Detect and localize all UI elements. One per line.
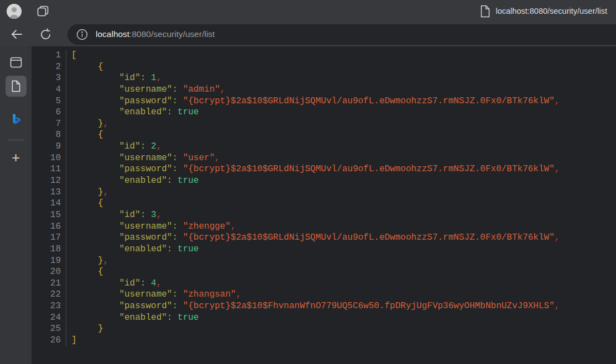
code-line: 16 ″username″: ″zhengge″, <box>32 221 616 233</box>
code-line-text: { <box>66 198 103 209</box>
line-number: 9 <box>32 141 66 152</box>
code-line-text: { <box>66 61 103 73</box>
code-line: 25 } <box>32 323 616 335</box>
line-number: 18 <box>32 244 66 255</box>
bing-icon <box>10 113 22 126</box>
active-tab-title[interactable]: localhost:8080/security/user/list <box>480 5 611 18</box>
person-icon <box>7 4 22 19</box>
code-line-text: ″id″: 1, <box>66 72 161 84</box>
bing-button[interactable] <box>6 109 27 130</box>
code-line-text: ″id″: 3, <box>66 209 161 221</box>
code-line-text: ″enabled″: true <box>66 312 199 324</box>
code-line-text: { <box>66 266 103 278</box>
tab-pane-toggle-button[interactable] <box>6 52 27 73</box>
code-line: 22 ″username″: ″zhangsan″, <box>32 289 616 300</box>
code-line: 14 { <box>32 198 616 209</box>
line-number: 7 <box>32 118 66 130</box>
line-number: 16 <box>32 221 66 233</box>
line-number: 2 <box>32 61 66 73</box>
line-number: 14 <box>32 198 66 209</box>
code-line-text: ″id″: 4, <box>66 278 161 289</box>
rail-divider <box>8 140 24 140</box>
back-button[interactable] <box>4 24 29 45</box>
code-area: 1[2 {3 ″id″: 1,4 ″username″: ″admin″,5 ″… <box>32 50 616 346</box>
code-line: 7 }, <box>32 118 616 130</box>
code-line: 10 ″username″: ″user″, <box>32 152 616 164</box>
code-line-text: ″enabled″: true <box>66 244 199 255</box>
code-line-text: ″username″: ″zhangsan″, <box>66 289 241 300</box>
document-icon <box>11 80 21 92</box>
url-host: localhost <box>96 29 129 39</box>
line-number: 19 <box>32 255 66 267</box>
code-line-text: ″username″: ″admin″, <box>66 84 225 96</box>
code-line-text: }, <box>66 187 108 198</box>
code-line-text: ″enabled″: true <box>66 175 199 187</box>
code-line-text: ″password″: ″{bcrypt}$2a$10$FhvnanWfnO77… <box>66 300 560 312</box>
line-number: 12 <box>32 175 66 187</box>
code-line: 24 ″enabled″: true <box>32 312 616 324</box>
code-line-text: { <box>66 129 103 141</box>
code-line: 19 }, <box>32 255 616 267</box>
code-line: 11 ″password″: ″{bcrypt}$2a$10$GRLdNijSQ… <box>32 163 616 175</box>
address-bar-row: localhost:8080/security/user/list <box>0 22 616 46</box>
code-line: 3 ″id″: 1, <box>32 72 616 84</box>
line-number: 24 <box>32 312 66 324</box>
site-info-icon[interactable] <box>76 29 88 40</box>
code-line: 9 ″id″: 2, <box>32 141 616 152</box>
line-number: 11 <box>32 163 66 175</box>
code-line: 13 }, <box>32 187 616 198</box>
code-line-text: ″username″: ″zhengge″, <box>66 221 236 233</box>
code-line-text: } <box>66 323 103 335</box>
code-line-text: ] <box>66 335 77 346</box>
tab-title-text: localhost:8080/security/user/list <box>496 7 608 15</box>
code-line-text: }, <box>66 118 108 130</box>
line-number: 8 <box>32 129 66 141</box>
code-line: 12 ″enabled″: true <box>32 175 616 187</box>
line-number: 20 <box>32 266 66 278</box>
line-number: 21 <box>32 278 66 289</box>
window-icon <box>10 57 22 68</box>
code-line-text: ″username″: ″user″, <box>66 152 220 164</box>
line-number: 5 <box>32 96 66 107</box>
line-number: 22 <box>32 289 66 300</box>
code-line-text: ″password″: ″{bcrypt}$2a$10$GRLdNijSQMUv… <box>66 232 560 244</box>
code-line-text: ″enabled″: true <box>66 107 199 118</box>
json-viewer: 1[2 {3 ″id″: 1,4 ″username″: ″admin″,5 ″… <box>32 46 616 364</box>
code-line-text: ″password″: ″{bcrypt}$2a$10$GRLdNijSQMUv… <box>66 163 560 175</box>
code-line: 4 ″username″: ″admin″, <box>32 84 616 96</box>
url-bar[interactable]: localhost:8080/security/user/list <box>67 24 616 45</box>
url-path: :8080/security/user/list <box>129 29 215 39</box>
code-line: 6 ″enabled″: true <box>32 107 616 118</box>
refresh-button[interactable] <box>33 24 58 45</box>
title-bar: localhost:8080/security/user/list <box>0 0 616 22</box>
line-number: 25 <box>32 323 66 335</box>
line-number: 15 <box>32 209 66 221</box>
plus-icon: + <box>12 150 20 165</box>
line-number: 10 <box>32 152 66 164</box>
code-line-text: [ <box>66 50 77 61</box>
code-line: 2 { <box>32 61 616 73</box>
line-number: 23 <box>32 300 66 312</box>
refresh-icon <box>39 28 52 41</box>
code-line: 21 ″id″: 4, <box>32 278 616 289</box>
vertical-tabs-rail: + <box>0 46 32 364</box>
code-line: 23 ″password″: ″{bcrypt}$2a$10$FhvnanWfn… <box>32 300 616 312</box>
code-line-text: }, <box>66 255 108 267</box>
code-line: 15 ″id″: 3, <box>32 209 616 221</box>
code-line: 20 { <box>32 266 616 278</box>
code-line: 26] <box>32 335 616 346</box>
line-number: 3 <box>32 72 66 84</box>
line-number: 6 <box>32 107 66 118</box>
tab-stack-icon[interactable] <box>36 4 50 18</box>
main-area: + 1[2 {3 ″id″: 1,4 ″username″: ″admin″,5… <box>0 46 616 364</box>
line-number: 13 <box>32 187 66 198</box>
code-line: 5 ″password″: ″{bcrypt}$2a$10$GRLdNijSQM… <box>32 96 616 107</box>
code-line-text: ″id″: 2, <box>66 141 161 152</box>
sidebar-tab-active[interactable] <box>6 76 27 97</box>
new-tab-button[interactable]: + <box>6 147 27 168</box>
code-line: 8 { <box>32 129 616 141</box>
line-number: 17 <box>32 232 66 244</box>
profile-avatar[interactable] <box>7 4 22 19</box>
code-line: 18 ″enabled″: true <box>32 244 616 255</box>
line-number: 1 <box>32 50 66 61</box>
